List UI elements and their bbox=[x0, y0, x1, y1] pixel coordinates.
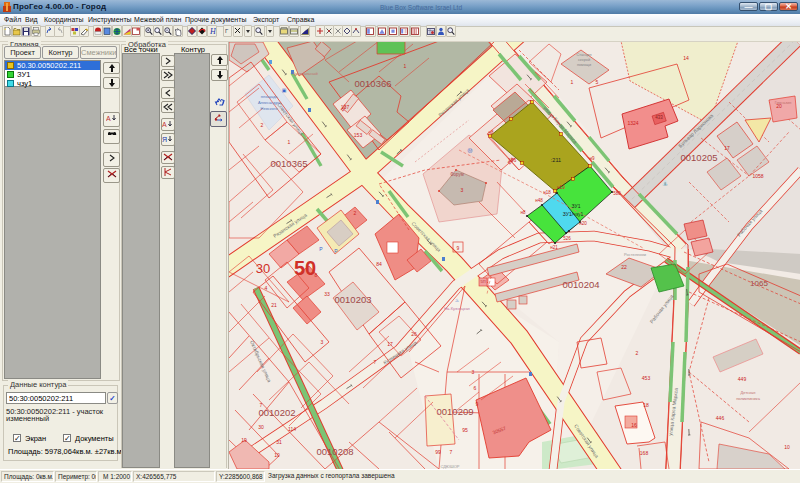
svg-text:Рязанская улица: Рязанская улица bbox=[272, 212, 308, 239]
svg-text:Гимназия: Гимназия bbox=[775, 101, 792, 105]
svg-text:Советская улица: Советская улица bbox=[276, 101, 305, 136]
svg-text:♨: ♨ bbox=[455, 297, 459, 303]
svg-text:н20: н20 bbox=[579, 221, 587, 226]
svg-text:поликлиника: поликлиника bbox=[736, 396, 761, 401]
svg-text:5П: 5П bbox=[480, 279, 485, 284]
svg-text:1: 1 bbox=[288, 139, 291, 145]
svg-text:P: P bbox=[334, 248, 338, 254]
svg-text:0010205: 0010205 bbox=[681, 152, 718, 163]
svg-text:н8: н8 bbox=[489, 130, 494, 135]
svg-text:Центральный: Центральный bbox=[292, 71, 317, 76]
svg-text:4: 4 bbox=[265, 285, 268, 291]
svg-text:Бульвар Ларионова: Бульвар Ларионова bbox=[677, 112, 714, 148]
svg-text:3: 3 bbox=[461, 187, 464, 193]
svg-text:16: 16 bbox=[631, 422, 637, 428]
svg-text:Александра: Александра bbox=[258, 100, 281, 105]
svg-text:2: 2 bbox=[354, 210, 357, 216]
svg-text:114: 114 bbox=[288, 426, 296, 432]
svg-text:ЗУ1: ЗУ1 bbox=[572, 203, 581, 209]
svg-text:Я: Я bbox=[162, 136, 167, 143]
svg-text:22: 22 bbox=[621, 264, 627, 270]
svg-text:Советская улица: Советская улица bbox=[573, 423, 600, 459]
svg-text:31: 31 bbox=[276, 439, 282, 445]
svg-text:Невского: Невского bbox=[261, 106, 279, 111]
svg-text:433: 433 bbox=[655, 115, 663, 120]
svg-text:21: 21 bbox=[271, 302, 277, 308]
svg-text:н48: н48 bbox=[535, 198, 543, 203]
svg-text:ЗУ1/чзу1: ЗУ1/чзу1 bbox=[563, 211, 584, 217]
svg-text:улица Карла Маркса: улица Карла Маркса bbox=[667, 387, 679, 435]
svg-text:площадь: площадь bbox=[261, 94, 278, 99]
svg-text:А: А bbox=[106, 115, 111, 122]
svg-text:5: 5 bbox=[596, 79, 599, 85]
svg-text:1: 1 bbox=[571, 79, 574, 85]
svg-text:н18: н18 bbox=[543, 190, 551, 195]
svg-text:Г: Г bbox=[225, 28, 229, 34]
svg-text:2: 2 bbox=[261, 122, 264, 128]
svg-text:▣: ▣ bbox=[282, 87, 287, 93]
svg-text:9: 9 bbox=[476, 401, 479, 407]
svg-text:P: P bbox=[319, 246, 323, 252]
svg-text:7: 7 bbox=[450, 449, 453, 455]
svg-text:19: 19 bbox=[241, 437, 247, 443]
svg-text:На-Кузнецкая: На-Кузнецкая bbox=[444, 306, 470, 311]
svg-text:526: 526 bbox=[563, 236, 571, 241]
svg-text:0010365: 0010365 bbox=[271, 158, 308, 169]
svg-text:99: 99 bbox=[435, 449, 441, 455]
svg-text:А: А bbox=[162, 121, 167, 128]
svg-text:18: 18 bbox=[643, 402, 649, 408]
svg-text:6: 6 bbox=[474, 385, 477, 391]
svg-text:8: 8 bbox=[315, 272, 318, 278]
svg-text:Советская улица: Советская улица bbox=[411, 220, 443, 253]
svg-text:0010202: 0010202 bbox=[259, 407, 296, 418]
svg-text:0010208: 0010208 bbox=[317, 446, 354, 457]
svg-text:26: 26 bbox=[411, 331, 417, 337]
svg-text:⛲: ⛲ bbox=[662, 180, 669, 187]
svg-text:580: 580 bbox=[613, 191, 621, 196]
svg-text:30557: 30557 bbox=[492, 425, 507, 436]
svg-text:168: 168 bbox=[640, 450, 649, 456]
svg-text:449: 449 bbox=[738, 376, 747, 382]
svg-text:453: 453 bbox=[642, 375, 651, 381]
svg-text:2: 2 bbox=[636, 350, 639, 356]
svg-text:9: 9 bbox=[457, 245, 460, 251]
svg-text:Ⓜ: Ⓜ bbox=[468, 147, 473, 153]
svg-text:н19: н19 bbox=[557, 185, 565, 190]
svg-text:0010366: 0010366 bbox=[355, 78, 392, 89]
svg-text:Станция: Станция bbox=[577, 53, 592, 57]
svg-text:30: 30 bbox=[256, 261, 270, 276]
svg-text:Рабочая улица: Рабочая улица bbox=[736, 208, 764, 238]
svg-text:153: 153 bbox=[354, 132, 363, 138]
svg-text:10: 10 bbox=[274, 452, 280, 458]
svg-text:Ростелеком: Ростелеком bbox=[624, 252, 646, 257]
svg-text:н8: н8 bbox=[521, 210, 526, 215]
svg-text:0010209: 0010209 bbox=[437, 406, 474, 417]
svg-text:446: 446 bbox=[716, 415, 725, 421]
svg-text:1065: 1065 bbox=[750, 279, 768, 288]
svg-text:3: 3 bbox=[472, 369, 475, 375]
svg-text:30: 30 bbox=[258, 424, 264, 430]
svg-text:скорой: скорой bbox=[578, 58, 590, 62]
svg-text:14: 14 bbox=[683, 55, 689, 61]
svg-text:н21: н21 bbox=[550, 245, 558, 250]
svg-text:помощи: помощи bbox=[577, 63, 591, 67]
svg-text:3: 3 bbox=[321, 339, 324, 345]
svg-text:Форум: Форум bbox=[450, 172, 464, 177]
svg-text:84: 84 bbox=[376, 261, 382, 267]
svg-text:17: 17 bbox=[724, 145, 730, 151]
svg-text:1324: 1324 bbox=[627, 120, 638, 126]
svg-text:1: 1 bbox=[404, 63, 407, 69]
svg-text:Октябрьская улица: Октябрьская улица bbox=[249, 339, 273, 383]
svg-text:Рабочая улица: Рабочая улица bbox=[648, 293, 674, 324]
svg-text::211: :211 bbox=[551, 157, 561, 163]
svg-text:H: H bbox=[209, 27, 216, 36]
svg-text:7: 7 bbox=[260, 402, 263, 408]
svg-text:0010203: 0010203 bbox=[335, 294, 372, 305]
svg-text:улица Карла Маркса: улица Карла Маркса bbox=[543, 105, 579, 145]
svg-text:н9: н9 bbox=[590, 156, 595, 161]
svg-text:10: 10 bbox=[784, 444, 790, 450]
svg-text:7: 7 bbox=[374, 359, 377, 365]
svg-text:0010204: 0010204 bbox=[563, 279, 600, 290]
svg-text:17: 17 bbox=[387, 341, 393, 347]
svg-text:1058: 1058 bbox=[752, 173, 763, 179]
